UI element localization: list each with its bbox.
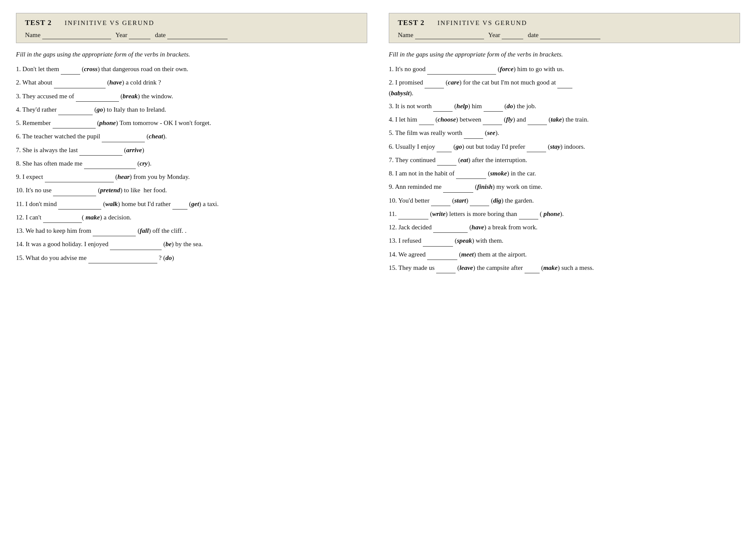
right-q11-blank2 <box>519 209 538 219</box>
left-q12: 12. I can't ( make) a decision. <box>16 213 367 223</box>
left-q10-blank <box>53 185 96 196</box>
left-name-group: Name <box>25 31 111 39</box>
right-q1-blank <box>427 64 496 75</box>
left-q9: 9. I expect (hear) from you by Monday. <box>16 172 367 182</box>
right-q12-blank <box>433 222 468 233</box>
left-instructions: Fill in the gaps using the appropriate f… <box>16 51 367 58</box>
right-q14: 14. We agreed (meet) them at the airport… <box>389 250 740 260</box>
right-test-header: TEST 2 INFINITIVE VS GERUND Name Year da… <box>389 13 740 43</box>
right-q11: 11. (write) letters is more boring than … <box>389 209 740 219</box>
right-q6-blank1 <box>437 142 452 152</box>
right-q15-blank2 <box>525 263 540 273</box>
right-q1: 1. It's no good (force) him to go with u… <box>389 64 740 75</box>
right-q2-blank1 <box>425 78 444 88</box>
right-q4: 4. I let him (choose) between (fly) and … <box>389 115 740 125</box>
left-year-blank <box>129 31 150 39</box>
right-year-label: Year <box>488 31 500 39</box>
right-q7-blank <box>437 155 456 166</box>
left-q5-blank <box>53 118 96 128</box>
right-date-label: date <box>528 31 538 39</box>
left-q15: 15. What do you advise me ? (do) <box>16 253 367 263</box>
right-q10-blank2 <box>470 196 489 206</box>
right-instructions: Fill in the gaps using the appropriate f… <box>389 51 740 58</box>
right-test-subtitle: INFINITIVE VS GERUND <box>437 19 527 27</box>
right-q6-blank2 <box>527 142 546 152</box>
right-q3: 3. It is not worth (help) him (do) the j… <box>389 101 740 112</box>
right-q13-blank <box>423 236 453 246</box>
left-test-subtitle: INFINITIVE VS GERUND <box>65 19 154 27</box>
left-q3: 3. They accused me of (break) the window… <box>16 91 367 102</box>
left-q4-blank <box>58 105 93 115</box>
left-q15-blank <box>88 253 157 263</box>
left-date-blank <box>167 31 228 39</box>
left-q7-blank <box>79 145 122 156</box>
right-q15: 15. They made us (leave) the campsite af… <box>389 263 740 273</box>
right-q5: 5. The film was really worth (see). <box>389 128 740 138</box>
right-q4-blank1 <box>419 115 434 125</box>
right-column: TEST 2 INFINITIVE VS GERUND Name Year da… <box>384 9 744 281</box>
left-q13: 13. We had to keep him from (fall) off t… <box>16 226 367 236</box>
left-year-label: Year <box>116 31 128 39</box>
left-q3-blank <box>76 91 119 102</box>
left-date-group: date <box>155 31 228 39</box>
left-date-label: date <box>155 31 166 39</box>
left-test-header: TEST 2 INFINITIVE VS GERUND Name Year da… <box>16 13 367 43</box>
right-q7: 7. They continued (eat) after the interr… <box>389 155 740 166</box>
left-q14: 14. It was a good holiday. I enjoyed (be… <box>16 239 367 250</box>
right-name-group: Name <box>398 31 484 39</box>
left-q10: 10. It's no use (pretend) to like her fo… <box>16 185 367 196</box>
left-q2-blank <box>54 78 106 88</box>
left-header-top: TEST 2 INFINITIVE VS GERUND <box>25 19 358 27</box>
right-q15-blank1 <box>436 263 456 273</box>
right-q4-blank2 <box>483 115 502 125</box>
page: TEST 2 INFINITIVE VS GERUND Name Year da… <box>12 9 744 281</box>
right-q8-blank <box>456 169 486 179</box>
right-date-group: date <box>528 31 600 39</box>
right-q3-blank2 <box>484 101 503 112</box>
right-q6: 6. Usually I enjoy (go) out but today I'… <box>389 142 740 152</box>
right-year-group: Year <box>488 31 524 39</box>
right-q14-blank <box>427 250 457 260</box>
left-q1: 1. Don't let them (cross) that dangerous… <box>16 64 367 75</box>
right-q11-blank1 <box>398 209 428 219</box>
right-q2: 2. I promised (care) for the cat but I'm… <box>389 78 740 98</box>
left-q11-blank1 <box>58 199 101 210</box>
left-name-blank <box>42 31 111 39</box>
left-q11: 11. I don't mind (walk) home but I'd rat… <box>16 199 367 210</box>
right-q12: 12. Jack decided (have) a break from wor… <box>389 222 740 233</box>
left-q14-blank <box>110 239 162 250</box>
right-q4-blank3 <box>528 115 547 125</box>
right-name-blank <box>415 31 484 39</box>
right-q10-blank1 <box>431 196 450 206</box>
right-q8: 8. I am not in the habit of (smoke) in t… <box>389 169 740 179</box>
left-q4: 4. They'd rather (go) to Italy than to I… <box>16 105 367 115</box>
right-q13: 13. I refused (speak) with them. <box>389 236 740 246</box>
left-questions: 1. Don't let them (cross) that dangerous… <box>16 64 367 263</box>
left-year-group: Year <box>116 31 151 39</box>
left-test-title: TEST 2 <box>25 19 52 27</box>
left-name-label: Name <box>25 31 41 39</box>
left-q8-blank <box>84 159 136 169</box>
left-q13-blank <box>93 226 136 236</box>
left-q6: 6. The teacher watched the pupil (cheat)… <box>16 131 367 142</box>
right-q5-blank <box>464 128 483 138</box>
left-q11-blank2 <box>172 199 187 210</box>
right-test-fields: Name Year date <box>398 31 731 39</box>
left-q2: 2. What about (have) a cold drink ? <box>16 78 367 88</box>
left-q1-blank <box>61 64 80 75</box>
left-q12-blank <box>43 213 82 223</box>
left-q8: 8. She has often made me (cry). <box>16 159 367 169</box>
left-q5: 5. Remember (phone) Tom tomorrow - OK I … <box>16 118 367 128</box>
left-q6-blank <box>102 131 145 142</box>
left-column: TEST 2 INFINITIVE VS GERUND Name Year da… <box>12 9 372 281</box>
right-date-blank <box>540 31 600 39</box>
left-q7: 7. She is always the last (arrive) <box>16 145 367 156</box>
right-q9-blank <box>443 182 473 192</box>
right-year-blank <box>502 31 523 39</box>
right-q2-blank2 <box>557 78 572 88</box>
left-test-fields: Name Year date <box>25 31 358 39</box>
right-test-title: TEST 2 <box>398 19 425 27</box>
right-q9: 9. Ann reminded me (finish) my work on t… <box>389 182 740 192</box>
left-q9-blank <box>45 172 114 182</box>
right-q3-blank1 <box>433 101 453 112</box>
